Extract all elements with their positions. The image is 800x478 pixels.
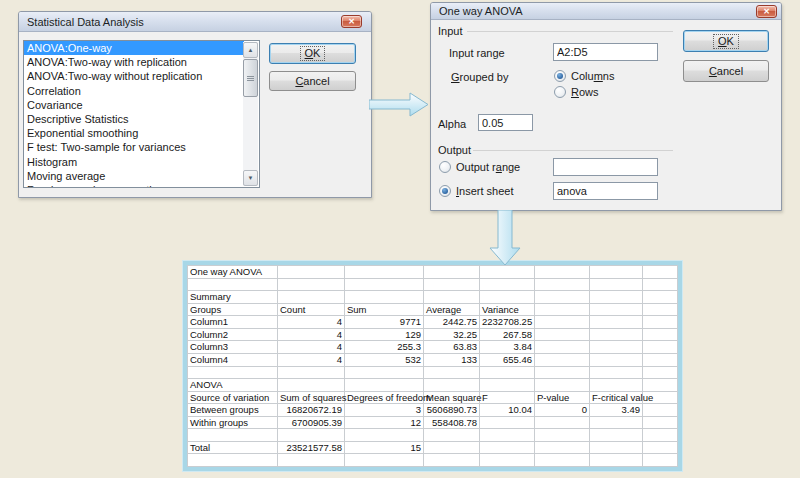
scroll-down-button[interactable]: ▼ — [243, 170, 258, 186]
alpha-field[interactable] — [478, 114, 533, 131]
list-item[interactable]: Histogram — [24, 155, 244, 169]
table-cell[interactable] — [278, 366, 345, 378]
table-cell[interactable]: 129 — [345, 328, 424, 341]
table-cell[interactable]: Mean square — [424, 391, 480, 404]
table-cell[interactable]: Sum of squares — [278, 391, 345, 404]
table-cell[interactable]: 63.83 — [424, 341, 480, 354]
table-cell[interactable] — [535, 278, 590, 290]
table-cell[interactable] — [643, 341, 678, 354]
table-cell[interactable] — [535, 378, 590, 391]
table-cell[interactable] — [345, 290, 424, 303]
table-cell[interactable]: 532 — [345, 353, 424, 366]
input-range-field[interactable] — [553, 43, 658, 61]
table-cell[interactable] — [535, 366, 590, 378]
table-cell[interactable] — [590, 378, 643, 391]
table-cell[interactable] — [643, 278, 678, 290]
scroll-up-button[interactable]: ▲ — [243, 42, 258, 58]
table-cell[interactable] — [643, 316, 678, 329]
table-cell[interactable] — [278, 378, 345, 391]
table-cell[interactable] — [345, 454, 424, 466]
rows-radio[interactable] — [554, 86, 566, 98]
insert-sheet-radio[interactable] — [439, 185, 451, 197]
table-cell[interactable] — [535, 328, 590, 341]
table-cell[interactable] — [424, 266, 480, 279]
table-cell[interactable] — [480, 441, 535, 454]
table-cell[interactable] — [345, 266, 424, 279]
table-cell[interactable] — [278, 429, 345, 441]
table-cell[interactable]: 255.3 — [345, 341, 424, 354]
table-cell[interactable]: Variance — [480, 303, 535, 316]
table-cell[interactable]: 3 — [345, 404, 424, 417]
table-cell[interactable] — [590, 328, 643, 341]
table-cell[interactable]: 2232708.25 — [480, 316, 535, 329]
dialog-titlebar[interactable]: One way ANOVA ✕ — [431, 3, 781, 20]
table-cell[interactable] — [535, 290, 590, 303]
table-cell[interactable] — [480, 454, 535, 466]
table-cell[interactable] — [590, 290, 643, 303]
list-item[interactable]: ANOVA:Two-way with replication — [24, 55, 244, 69]
close-button[interactable]: ✕ — [341, 15, 362, 28]
list-item[interactable]: Correlation — [24, 84, 244, 98]
table-cell[interactable]: 9771 — [345, 316, 424, 329]
output-range-field[interactable] — [553, 158, 658, 176]
table-cell[interactable]: 23521577.58 — [278, 441, 345, 454]
list-item[interactable]: Covariance — [24, 98, 244, 112]
table-cell[interactable] — [424, 429, 480, 441]
table-cell[interactable] — [188, 366, 278, 378]
table-cell[interactable] — [424, 441, 480, 454]
table-cell[interactable] — [480, 266, 535, 279]
table-cell[interactable]: 655.46 — [480, 353, 535, 366]
listbox-scrollbar[interactable]: ▲ ▼ — [243, 42, 258, 186]
output-range-radio[interactable] — [439, 161, 451, 173]
table-cell[interactable]: Within groups — [188, 416, 278, 429]
table-cell[interactable] — [535, 266, 590, 279]
table-cell[interactable] — [643, 378, 678, 391]
table-cell[interactable]: Groups — [188, 303, 278, 316]
table-cell[interactable]: 4 — [278, 328, 345, 341]
table-cell[interactable]: Between groups — [188, 404, 278, 417]
table-cell[interactable] — [643, 353, 678, 366]
table-cell[interactable]: Total — [188, 441, 278, 454]
table-cell[interactable] — [643, 290, 678, 303]
table-cell[interactable] — [590, 416, 643, 429]
table-cell[interactable] — [535, 353, 590, 366]
list-item[interactable]: Moving average — [24, 169, 244, 183]
table-cell[interactable] — [480, 278, 535, 290]
table-cell[interactable] — [590, 316, 643, 329]
table-cell[interactable] — [643, 303, 678, 316]
table-cell[interactable]: 15 — [345, 441, 424, 454]
ok-button[interactable]: OK — [269, 43, 356, 64]
table-cell[interactable] — [590, 278, 643, 290]
table-cell[interactable] — [590, 366, 643, 378]
table-cell[interactable]: 6700905.39 — [278, 416, 345, 429]
table-cell[interactable] — [643, 328, 678, 341]
columns-radio[interactable] — [554, 70, 566, 82]
table-cell[interactable] — [480, 378, 535, 391]
table-cell[interactable] — [480, 416, 535, 429]
rows-label[interactable]: Rows — [571, 86, 599, 98]
table-cell[interactable]: 5606890.73 — [424, 404, 480, 417]
table-cell[interactable]: Degrees of freedom — [345, 391, 424, 404]
table-cell[interactable] — [643, 366, 678, 378]
table-cell[interactable]: F — [480, 391, 535, 404]
table-cell[interactable] — [643, 454, 678, 466]
table-cell[interactable]: Source of variation — [188, 391, 278, 404]
table-cell[interactable]: Column1 — [188, 316, 278, 329]
table-cell[interactable] — [590, 303, 643, 316]
list-item-clipped[interactable]: Random number generation — [24, 183, 244, 188]
table-cell[interactable] — [535, 441, 590, 454]
table-cell[interactable]: 32.25 — [424, 328, 480, 341]
table-cell[interactable]: 267.58 — [480, 328, 535, 341]
table-cell[interactable]: Average — [424, 303, 480, 316]
insert-sheet-label[interactable]: Insert sheet — [456, 185, 513, 197]
table-cell[interactable] — [643, 266, 678, 279]
columns-label[interactable]: Columns — [571, 70, 614, 82]
table-cell[interactable]: Summary — [188, 290, 278, 303]
table-cell[interactable] — [590, 353, 643, 366]
table-cell[interactable]: 4 — [278, 353, 345, 366]
list-item[interactable]: Exponential smoothing — [24, 126, 244, 140]
table-cell[interactable] — [590, 454, 643, 466]
cancel-button[interactable]: Cancel — [269, 71, 356, 91]
table-cell[interactable] — [188, 454, 278, 466]
table-cell[interactable] — [345, 378, 424, 391]
